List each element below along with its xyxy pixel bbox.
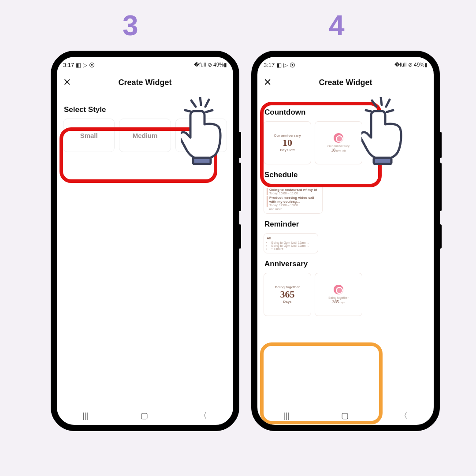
anniv-b-title: Being together xyxy=(328,296,349,299)
anniv-a-value: 365 xyxy=(280,289,295,300)
countdown-a-value: 10 xyxy=(283,138,292,148)
status-time: 3:17 xyxy=(264,62,275,68)
style-option-large[interactable]: Large xyxy=(175,119,227,152)
status-time: 3:17 xyxy=(63,62,74,68)
reminder-widgets: All Going to Gym Until 12am ... Going to… xyxy=(264,233,428,253)
nav-recent-icon[interactable]: ||| xyxy=(82,411,89,420)
status-system-icons: �full ⊘ 49%▮ xyxy=(394,62,428,68)
schedule-item-1-time: Today, 10:00 – 11:00 xyxy=(269,192,298,195)
anniversary-widget-b[interactable]: Being together 365days xyxy=(315,273,362,316)
countdown-a-sub: Days left xyxy=(280,148,294,152)
status-notif-icons: ◧ ▷ ⦿ xyxy=(76,62,94,68)
award-icon xyxy=(334,285,343,294)
screen-content: Select Style Small Medium Large xyxy=(57,92,233,152)
countdown-b-sub: days left xyxy=(335,149,346,152)
step-number-3: 3 xyxy=(123,11,138,40)
reminder-more: + 5 more xyxy=(271,247,315,250)
app-bar: ✕ Create Widget xyxy=(57,73,233,92)
schedule-more: ...and more xyxy=(267,208,320,211)
section-anniversary: Anniversary xyxy=(264,260,428,268)
close-icon[interactable]: ✕ xyxy=(63,77,71,88)
reminder-widget[interactable]: All Going to Gym Until 12am ... Going to… xyxy=(264,233,318,253)
schedule-item-1: Going to restaurant w/ my bf xyxy=(269,188,317,192)
schedule-item-2: Product meeting video call with my coule… xyxy=(269,196,314,204)
status-bar: 3:17 ◧ ▷ ⦿ �full ⊘ 49%▮ xyxy=(57,57,233,73)
nav-home-icon[interactable]: ▢ xyxy=(141,411,148,420)
anniv-b-sub: days xyxy=(339,301,345,304)
style-option-small[interactable]: Small xyxy=(63,119,115,152)
schedule-widgets: Going to restaurant w/ my bfToday, 10:00… xyxy=(264,184,428,214)
schedule-widget[interactable]: Going to restaurant w/ my bfToday, 10:00… xyxy=(264,184,323,214)
close-icon[interactable]: ✕ xyxy=(264,77,271,88)
section-countdown: Countdown xyxy=(264,108,428,117)
android-nav-bar: ||| ▢ 〈 xyxy=(57,406,233,425)
step-number-4: 4 xyxy=(329,11,345,40)
style-option-medium[interactable]: Medium xyxy=(119,119,171,152)
award-icon xyxy=(334,133,343,143)
phone-mockup-3: 3:17 ◧ ▷ ⦿ �full ⊘ 49%▮ ✕ Create Widget … xyxy=(51,51,239,431)
reminder-item-1: Going to Gym Until 12am ... xyxy=(271,241,315,244)
screen-title: Create Widget xyxy=(319,78,372,87)
status-notif-icons: ◧ ▷ ⦿ xyxy=(276,62,295,68)
app-bar: ✕ Create Widget xyxy=(257,73,434,92)
countdown-b-value: 10 xyxy=(331,148,335,152)
schedule-item-2-time: Today, 12:00 – 13:00 xyxy=(269,204,298,207)
status-system-icons: �full ⊘ 49%▮ xyxy=(194,62,227,68)
countdown-widget-b[interactable]: Our anniversary 10days left xyxy=(315,121,362,164)
countdown-widgets: Our anniversary 10 Days left Our anniver… xyxy=(264,121,428,164)
android-nav-bar: ||| ▢ 〈 xyxy=(257,406,434,425)
anniversary-widgets: Being together 365 Days Being together 3… xyxy=(264,273,428,316)
screen-content: Countdown Our anniversary 10 Days left O… xyxy=(257,92,434,316)
nav-home-icon[interactable]: ▢ xyxy=(341,411,349,420)
screen-title: Create Widget xyxy=(119,78,172,87)
phone-mockup-4: 3:17 ◧ ▷ ⦿ �full ⊘ 49%▮ ✕ Create Widget … xyxy=(251,51,440,431)
status-bar: 3:17 ◧ ▷ ⦿ �full ⊘ 49%▮ xyxy=(257,57,434,73)
nav-back-icon[interactable]: 〈 xyxy=(199,410,207,421)
section-schedule: Schedule xyxy=(264,171,428,179)
reminder-all: All xyxy=(267,236,315,240)
anniversary-widget-a[interactable]: Being together 365 Days xyxy=(264,273,311,316)
reminder-item-2: Going to Gym Until 12am ... xyxy=(271,244,315,247)
anniv-a-sub: Days xyxy=(283,300,291,304)
anniv-b-value: 365 xyxy=(332,299,339,304)
countdown-b-title: Our anniversary xyxy=(327,145,350,148)
section-reminder: Reminder xyxy=(264,220,428,229)
nav-recent-icon[interactable]: ||| xyxy=(283,411,289,420)
section-select-style: Select Style xyxy=(64,105,227,114)
countdown-widget-a[interactable]: Our anniversary 10 Days left xyxy=(264,121,311,164)
style-options: Small Medium Large xyxy=(63,119,227,152)
nav-back-icon[interactable]: 〈 xyxy=(400,410,408,421)
